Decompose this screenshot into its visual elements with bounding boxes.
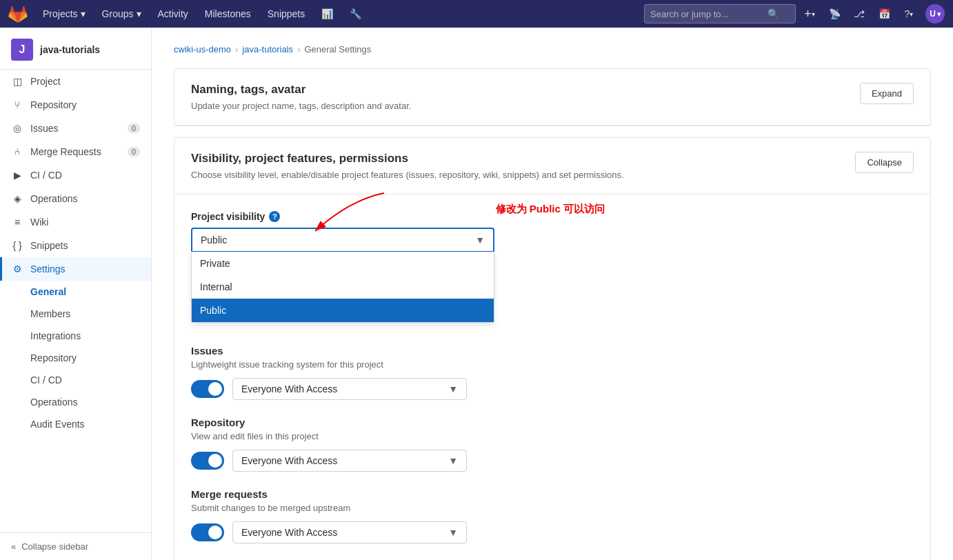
- merge-requests-feature-title: Merge requests: [191, 488, 914, 500]
- search-bar[interactable]: 🔍: [644, 4, 796, 23]
- nav-projects[interactable]: Projects ▾: [36, 0, 92, 28]
- settings-subnav: General Members Integrations Repository …: [0, 281, 151, 435]
- sidebar-item-cicd[interactable]: ▶ CI / CD: [0, 163, 151, 187]
- project-header: J java-tutorials: [0, 28, 151, 70]
- visibility-section-desc: Choose visibility level, enable/disable …: [191, 170, 855, 180]
- repository-feature-section: Repository View and edit files in this p…: [191, 417, 914, 472]
- help-icon-visibility[interactable]: ?: [269, 211, 280, 222]
- option-private[interactable]: Private: [192, 252, 494, 275]
- collapse-icon: «: [11, 541, 16, 552]
- sidebar-item-issues[interactable]: ◎ Issues 0: [0, 117, 151, 140]
- sidebar-item-merge-requests[interactable]: ⑃ Merge Requests 0: [0, 140, 151, 163]
- option-public[interactable]: Public: [192, 299, 494, 322]
- nav-groups[interactable]: Groups ▾: [95, 0, 148, 28]
- operations-icon: ◈: [11, 193, 23, 204]
- nav-activity[interactable]: Activity: [151, 0, 195, 28]
- merge-requests-badge: 0: [128, 147, 140, 157]
- nav-snippets[interactable]: Snippets: [261, 0, 312, 28]
- sidebar: J java-tutorials ◫ Project ⑂ Repository …: [0, 28, 152, 560]
- settings-icon: ⚙: [11, 263, 23, 274]
- merge-requests-icon: ⑃: [11, 146, 23, 157]
- top-navigation: Projects ▾ Groups ▾ Activity Milestones …: [0, 0, 953, 28]
- subnav-repository[interactable]: Repository: [0, 347, 151, 369]
- merge-icon[interactable]: ⎇: [848, 3, 870, 25]
- dropdown-chevron-icon: ▼: [448, 383, 458, 394]
- visibility-dropdown-trigger[interactable]: Public ▼: [191, 228, 494, 251]
- issues-feature-row: Everyone With Access ▼: [191, 378, 914, 400]
- main-content: cwiki-us-demo › java-tutorials › General…: [152, 28, 953, 560]
- merge-requests-feature-row: Everyone With Access ▼: [191, 521, 914, 543]
- collapse-sidebar-button[interactable]: « Collapse sidebar: [0, 532, 151, 560]
- visibility-section-title: Visibility, project features, permission…: [191, 152, 855, 166]
- subnav-members[interactable]: Members: [0, 303, 151, 325]
- breadcrumb-java[interactable]: java-tutorials: [242, 44, 293, 54]
- issues-access-dropdown[interactable]: Everyone With Access ▼: [232, 378, 467, 400]
- sidebar-item-repository[interactable]: ⑂ Repository: [0, 93, 151, 117]
- breadcrumb-current: General Settings: [304, 44, 371, 54]
- nav-milestones[interactable]: Milestones: [198, 0, 258, 28]
- plus-button[interactable]: +▾: [799, 3, 821, 25]
- issues-feature-section: Issues Lightweight issue tracking system…: [191, 345, 914, 400]
- option-internal[interactable]: Internal: [192, 275, 494, 299]
- naming-section-desc: Update your project name, tags, descript…: [191, 101, 860, 111]
- issues-feature-title: Issues: [191, 345, 914, 357]
- visibility-section-header-left: Visibility, project features, permission…: [191, 152, 855, 180]
- project-name: java-tutorials: [40, 44, 100, 55]
- naming-section-header: Naming, tags, avatar Update your project…: [174, 69, 930, 126]
- repository-feature-row: Everyone With Access ▼: [191, 450, 914, 472]
- avatar[interactable]: U ▾: [925, 4, 945, 23]
- chevron-down-icon: ▾: [137, 8, 141, 19]
- sidebar-item-snippets[interactable]: { } Snippets: [0, 234, 151, 257]
- subnav-general[interactable]: General: [0, 281, 151, 303]
- sidebar-item-operations[interactable]: ◈ Operations: [0, 187, 151, 210]
- naming-section-title: Naming, tags, avatar: [191, 83, 860, 97]
- calendar-icon[interactable]: 📅: [873, 3, 895, 25]
- sidebar-nav: ◫ Project ⑂ Repository ◎ Issues 0 ⑃ Merg…: [0, 70, 151, 532]
- naming-section: Naming, tags, avatar Update your project…: [174, 68, 931, 126]
- issues-toggle[interactable]: [191, 380, 224, 398]
- repository-feature-desc: View and edit files in this project: [191, 431, 914, 441]
- subnav-cicd[interactable]: CI / CD: [0, 369, 151, 391]
- issues-icon: ◎: [11, 123, 23, 134]
- issues-feature-desc: Lightweight issue tracking system for th…: [191, 359, 914, 370]
- project-icon: J: [11, 39, 33, 61]
- sidebar-item-wiki[interactable]: ≡ Wiki: [0, 210, 151, 234]
- repository-access-dropdown[interactable]: Everyone With Access ▼: [232, 450, 467, 472]
- repository-toggle[interactable]: [191, 452, 224, 470]
- repository-icon: ⑂: [11, 99, 23, 110]
- subnav-operations[interactable]: Operations: [0, 391, 151, 413]
- nav-stats-icon[interactable]: 📊: [314, 0, 340, 28]
- merge-requests-toggle[interactable]: [191, 523, 224, 541]
- breadcrumb-sep-2: ›: [297, 44, 300, 54]
- breadcrumb-cwiki[interactable]: cwiki-us-demo: [174, 44, 231, 54]
- visibility-section-header: Visibility, project features, permission…: [174, 138, 930, 194]
- help-icon[interactable]: ?▾: [898, 3, 920, 25]
- breadcrumb: cwiki-us-demo › java-tutorials › General…: [174, 44, 931, 54]
- issues-badge: 0: [128, 123, 140, 133]
- repository-feature-title: Repository: [191, 417, 914, 428]
- broadcast-icon[interactable]: 📡: [823, 3, 845, 25]
- sidebar-item-settings[interactable]: ⚙ Settings: [0, 257, 151, 281]
- merge-requests-feature-section: Merge requests Submit changes to be merg…: [191, 488, 914, 543]
- merge-requests-feature-desc: Submit changes to be merged upstream: [191, 503, 914, 513]
- search-input[interactable]: [650, 9, 768, 19]
- visibility-dropdown-list: Private Internal Public: [191, 251, 494, 323]
- dropdown-chevron-icon-2: ▼: [448, 455, 458, 466]
- visibility-section-body: Project visibility ? 修改为 Public 可以访问: [174, 194, 930, 560]
- dropdown-chevron-icon-3: ▼: [448, 527, 458, 538]
- chevron-down-icon: ▾: [81, 8, 86, 19]
- sidebar-item-project[interactable]: ◫ Project: [0, 70, 151, 93]
- subnav-audit-events[interactable]: Audit Events: [0, 413, 151, 435]
- visibility-collapse-button[interactable]: Collapse: [855, 152, 914, 173]
- wiki-icon: ≡: [11, 217, 23, 228]
- naming-expand-button[interactable]: Expand: [860, 83, 914, 104]
- breadcrumb-sep-1: ›: [235, 44, 238, 54]
- subnav-integrations[interactable]: Integrations: [0, 325, 151, 347]
- snippets-icon: { }: [11, 240, 23, 251]
- merge-requests-access-dropdown[interactable]: Everyone With Access ▼: [232, 521, 467, 543]
- gitlab-logo[interactable]: [8, 4, 28, 23]
- search-icon: 🔍: [768, 8, 779, 19]
- nav-wrench-icon[interactable]: 🔧: [343, 0, 368, 28]
- visibility-section: Visibility, project features, permission…: [174, 137, 931, 560]
- annotation-text: 修改为 Public 可以访问: [496, 203, 605, 216]
